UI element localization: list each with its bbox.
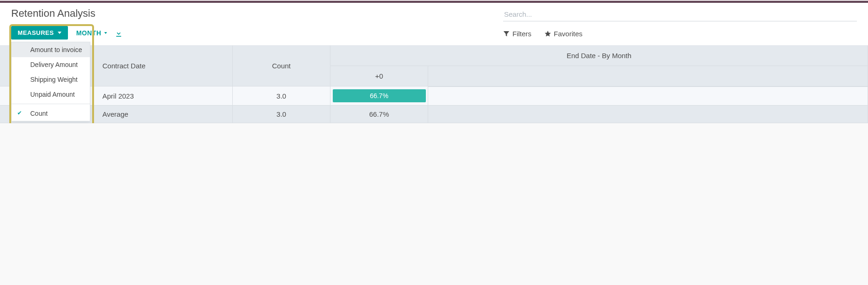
cell-avg-pct: 66.7% — [330, 106, 428, 123]
month-button[interactable]: MONTH — [76, 29, 107, 37]
measures-button-label: MEASURES — [18, 29, 54, 36]
check-icon: ✔ — [17, 110, 22, 116]
measures-item-shipping-weight[interactable]: Shipping Weight — [12, 72, 90, 87]
cell-retention-0: 66.7% — [330, 86, 428, 106]
measures-dropdown: Amount to invoice Delivery Amount Shippi… — [11, 42, 90, 121]
cell-empty — [428, 86, 868, 106]
page-header: Retention Analysis MEASURES MONTH Amount… — [0, 3, 868, 46]
measures-item-unpaid-amount[interactable]: Unpaid Amount — [12, 87, 90, 102]
menu-item-label: Shipping Weight — [30, 76, 78, 83]
favorites-label: Favorites — [554, 30, 583, 38]
table-row: April 2023 3.0 66.7% — [0, 86, 868, 106]
col-spacer — [428, 66, 868, 86]
measures-item-delivery-amount[interactable]: Delivery Amount — [12, 57, 90, 72]
search-controls: Filters Favorites — [503, 30, 857, 43]
measures-item-amount-to-invoice[interactable]: Amount to invoice — [12, 42, 90, 57]
cell-count: 3.0 — [233, 86, 330, 106]
col-count[interactable]: Count — [233, 46, 330, 86]
funnel-icon — [503, 31, 510, 37]
download-icon — [115, 30, 122, 37]
col-end-date-group[interactable]: End Date - By Month — [330, 46, 868, 66]
star-icon — [545, 31, 551, 37]
filters-button[interactable]: Filters — [503, 30, 532, 38]
retention-chip: 66.7% — [333, 89, 426, 102]
menu-item-label: Unpaid Amount — [30, 91, 75, 98]
col-plus-0[interactable]: +0 — [330, 66, 428, 86]
menu-item-label: Count — [30, 110, 47, 117]
menu-divider — [12, 104, 90, 104]
filters-label: Filters — [512, 30, 532, 38]
month-button-label: MONTH — [76, 29, 101, 37]
menu-item-label: Amount to invoice — [30, 46, 82, 53]
retention-table: Contract Date Count End Date - By Month … — [0, 46, 868, 123]
caret-down-icon — [104, 32, 107, 34]
cell-avg-count: 3.0 — [233, 106, 330, 123]
retention-table-wrapper: Contract Date Count End Date - By Month … — [0, 46, 868, 123]
favorites-button[interactable]: Favorites — [545, 30, 583, 38]
toolbar: MEASURES MONTH Amount to invoice Deliver… — [11, 26, 122, 45]
caret-down-icon — [58, 32, 61, 34]
table-row-average: Average 3.0 66.7% — [0, 106, 868, 123]
download-button[interactable] — [115, 29, 122, 37]
cell-empty — [428, 106, 868, 123]
measures-button[interactable]: MEASURES — [11, 26, 68, 40]
page-title: Retention Analysis — [11, 7, 122, 20]
menu-item-label: Delivery Amount — [30, 61, 78, 68]
search-input[interactable] — [503, 7, 857, 21]
measures-item-count[interactable]: ✔ Count — [12, 106, 90, 121]
